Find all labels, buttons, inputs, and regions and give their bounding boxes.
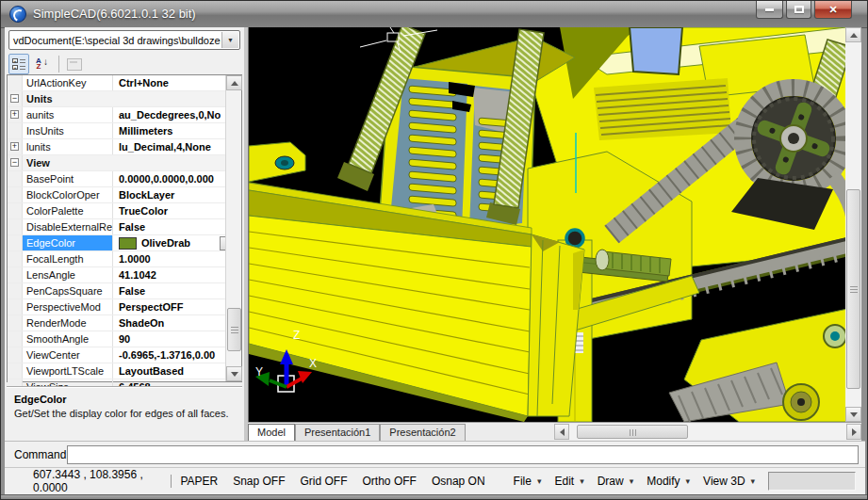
grip-icon [850, 289, 858, 290]
scroll-down-button[interactable] [845, 407, 861, 422]
maximize-icon [794, 6, 804, 13]
toggle-paper[interactable]: PAPER [180, 475, 218, 488]
property-row[interactable]: BlockColorOperBlockLayer [8, 187, 241, 203]
command-input[interactable] [67, 445, 859, 464]
tab-presentacion2[interactable]: Presentación2 [380, 424, 465, 441]
collapse-icon[interactable]: − [10, 94, 19, 103]
viewport-vscrollbar[interactable] [845, 27, 861, 422]
property-row[interactable]: InsUnitsMillimeters [8, 123, 241, 139]
scroll-up-button[interactable] [226, 75, 242, 90]
scroll-up-button[interactable] [845, 27, 861, 42]
command-label: Command: [14, 448, 67, 461]
bulldozer-model: Z X Y [249, 27, 846, 422]
x-axis-label: X [309, 357, 317, 370]
arrow-down-icon [850, 412, 858, 417]
toggle-snap[interactable]: Snap OFF [233, 475, 285, 488]
scroll-down-button[interactable] [226, 366, 242, 381]
expand-icon[interactable]: + [10, 110, 19, 119]
property-grid-scrollbar[interactable] [225, 75, 241, 381]
menu-draw[interactable]: Draw▾ [598, 475, 634, 488]
chevron-down-icon: ▾ [686, 476, 691, 486]
scroll-thumb[interactable] [227, 308, 241, 351]
property-row[interactable]: RenderModeShadeOn [8, 315, 241, 331]
menu-file[interactable]: File▾ [514, 475, 542, 488]
menu-view3d[interactable]: View 3D▾ [703, 475, 755, 488]
document-selector-value: vdDocument(E:\special 3d drawings\bulldo… [9, 35, 221, 46]
maximize-button[interactable] [786, 1, 811, 19]
app-window: SimpleCAD(6.6021.0.1 32 bit) ✕ vdDocumen… [0, 0, 868, 500]
property-row[interactable]: FocalLength1.0000 [8, 251, 241, 267]
close-button[interactable]: ✕ [814, 1, 852, 19]
status-separator [171, 475, 172, 488]
window-frame-bottom [1, 494, 868, 500]
property-row[interactable]: LensAngle41.1042 [8, 267, 241, 283]
property-row[interactable]: UrlActionKeyCtrl+None [8, 75, 241, 91]
categorized-button[interactable]: ++ [8, 54, 29, 74]
color-value: OliveDrab [141, 235, 190, 250]
status-bar: 607.3443 , 108.3956 , 0.0000 PAPER Snap … [5, 467, 865, 494]
coordinates-display: 607.3443 , 108.3956 , 0.0000 [33, 468, 161, 494]
property-grid: UrlActionKeyCtrl+None −Units +aunitsau_D… [7, 74, 242, 382]
property-row[interactable]: DisableExternalRefeFalse [8, 219, 241, 235]
toggle-grid[interactable]: Grid OFF [301, 475, 348, 488]
property-row[interactable]: ViewportLTScaleLayoutBased [8, 363, 241, 379]
minimize-icon [765, 8, 774, 11]
toggle-osnap[interactable]: Osnap ON [432, 475, 485, 488]
menu-edit[interactable]: Edit▾ [554, 475, 583, 488]
chevron-down-icon: ▾ [630, 476, 634, 486]
property-row[interactable]: ColorPaletteTrueColor [8, 203, 241, 219]
property-toolbar: ++ AZ↓ [8, 53, 87, 75]
property-row[interactable]: ViewCenter-0.6965,-1.3716,0.00 [8, 347, 241, 363]
color-swatch [119, 237, 137, 250]
property-category-row[interactable]: −View [8, 155, 241, 171]
y-axis-label: Y [255, 365, 263, 379]
scroll-thumb[interactable] [577, 425, 688, 439]
scroll-left-button[interactable] [554, 424, 569, 440]
document-selector[interactable]: vdDocument(E:\special 3d drawings\bulldo… [8, 30, 240, 50]
arrow-up-icon [850, 33, 858, 38]
alphabetical-button[interactable]: AZ↓ [31, 54, 52, 74]
chevron-down-icon: ▾ [537, 476, 542, 486]
property-row[interactable]: PenCapsSquareFalse [8, 283, 241, 299]
chevron-down-icon: ▾ [580, 476, 584, 486]
layout-tab-bar: Model Presentación1 Presentación2 [248, 422, 861, 441]
grip-icon [231, 330, 238, 331]
collapse-icon[interactable]: − [10, 158, 19, 167]
menu-modify[interactable]: Modify▾ [647, 475, 690, 488]
z-axis-label: Z [293, 329, 300, 342]
property-pages-button [64, 54, 85, 74]
scroll-thumb[interactable] [846, 189, 860, 389]
progress-well [768, 472, 856, 491]
window-title: SimpleCAD(6.6021.0.1 32 bit) [33, 7, 196, 21]
property-row[interactable]: +aunitsau_Decdegrees,0,No [8, 107, 241, 123]
tab-presentacion1[interactable]: Presentación1 [295, 424, 380, 441]
title-bar[interactable]: SimpleCAD(6.6021.0.1 32 bit) ✕ [1, 1, 868, 28]
tab-model[interactable]: Model [248, 424, 295, 441]
viewport-3d[interactable]: Z X Y [248, 27, 846, 422]
description-title: EdgeColor [14, 394, 235, 405]
status-menus: File▾ Edit▾ Draw▾ Modify▾ View 3D▾ [514, 475, 769, 488]
properties-panel: vdDocument(E:\special 3d drawings\bulldo… [5, 27, 244, 441]
chevron-down-icon[interactable]: ▼ [221, 32, 238, 48]
minimize-button[interactable] [756, 1, 783, 19]
grip-icon [632, 429, 633, 436]
toolbar-separator [58, 56, 59, 73]
property-row[interactable]: +lunitslu_Decimal,4,None [8, 139, 241, 155]
property-category-row[interactable]: −Units [8, 91, 241, 107]
viewport-hscrollbar[interactable] [554, 424, 861, 440]
chevron-down-icon: ▾ [751, 476, 756, 486]
arrow-down-icon [231, 372, 238, 377]
property-row[interactable]: BasePoint0.0000,0.0000,0.000 [8, 171, 241, 187]
arrow-up-icon [231, 81, 238, 86]
property-pages-icon [67, 58, 82, 71]
toggle-ortho[interactable]: Ortho OFF [363, 475, 417, 488]
scroll-right-button[interactable] [846, 424, 861, 440]
property-row[interactable]: PerspectiveModPerspectOFF [8, 299, 241, 315]
arrow-left-icon [560, 428, 565, 436]
property-row-selected[interactable]: EdgeColorOliveDrab▼ [8, 235, 241, 251]
command-line-bar: Command: [5, 441, 865, 467]
expand-icon[interactable]: + [10, 142, 19, 151]
description-text: Get/Set the display color for edges of a… [14, 408, 235, 419]
property-row[interactable]: SmoothAngle90 [8, 331, 241, 347]
app-icon [9, 6, 26, 23]
